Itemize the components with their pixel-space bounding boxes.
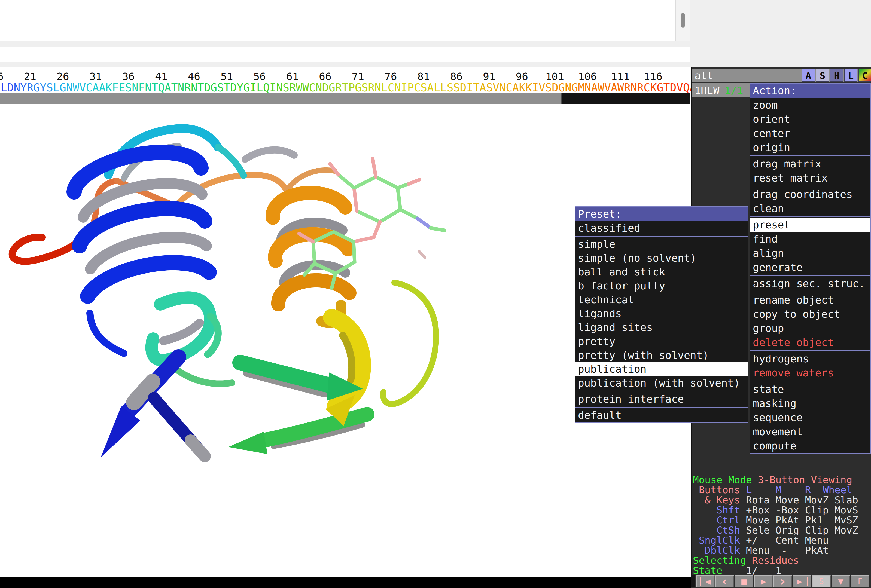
- residue[interactable]: N: [565, 81, 572, 94]
- residue[interactable]: T: [342, 81, 348, 94]
- preset-menu-item-ball-and-stick[interactable]: ball and stick: [575, 265, 748, 279]
- preset-menu-item-ligand-sites[interactable]: ligand sites: [575, 321, 748, 334]
- residue[interactable]: S: [361, 81, 368, 94]
- residue[interactable]: V: [676, 81, 683, 94]
- residue[interactable]: S: [486, 81, 493, 94]
- residue[interactable]: G: [329, 81, 335, 94]
- action-menu-item-movement[interactable]: movement: [750, 425, 871, 439]
- action-menu-item-masking[interactable]: masking: [750, 396, 871, 410]
- residue[interactable]: N: [132, 81, 138, 94]
- down-button[interactable]: ▼: [832, 576, 850, 588]
- action-menu-item-remove-waters[interactable]: remove waters: [750, 366, 871, 380]
- action-menu-item-group[interactable]: group: [750, 321, 871, 335]
- residue[interactable]: N: [585, 81, 591, 94]
- residue[interactable]: A: [611, 81, 617, 94]
- residue[interactable]: G: [657, 81, 663, 94]
- residue[interactable]: D: [670, 81, 676, 94]
- residue[interactable]: C: [414, 81, 421, 94]
- residue[interactable]: A: [591, 81, 597, 94]
- residue[interactable]: I: [467, 81, 473, 94]
- residue[interactable]: Q: [683, 81, 690, 94]
- residue[interactable]: M: [578, 81, 585, 94]
- residue[interactable]: N: [13, 81, 20, 94]
- h-panel-button[interactable]: H: [830, 69, 843, 82]
- residue[interactable]: L: [257, 81, 263, 94]
- residue[interactable]: R: [368, 81, 374, 94]
- residue[interactable]: Y: [20, 81, 27, 94]
- residue[interactable]: S: [46, 81, 53, 94]
- command-scrollbar-thumb[interactable]: [681, 13, 685, 28]
- preset-menu-item-pretty-with-solvent-[interactable]: pretty (with solvent): [575, 348, 748, 362]
- residue[interactable]: A: [99, 81, 105, 94]
- action-menu-item-center[interactable]: center: [750, 126, 871, 140]
- residue[interactable]: W: [598, 81, 605, 94]
- residue[interactable]: W: [302, 81, 309, 94]
- action-menu-item-drag-coordinates[interactable]: drag coordinates: [750, 187, 871, 201]
- action-menu-item-clean[interactable]: clean: [750, 201, 871, 216]
- object-name[interactable]: 1HEW: [694, 84, 720, 96]
- action-menu-item-sequence[interactable]: sequence: [750, 410, 871, 425]
- residue[interactable]: K: [526, 81, 532, 94]
- residue[interactable]: G: [211, 81, 217, 94]
- residue[interactable]: K: [650, 81, 657, 94]
- f-button[interactable]: F: [851, 576, 870, 588]
- residue[interactable]: I: [532, 81, 539, 94]
- selection-label[interactable]: all: [694, 70, 713, 82]
- residue[interactable]: G: [572, 81, 578, 94]
- residue[interactable]: A: [165, 81, 171, 94]
- sequence-letters[interactable]: LDNYRGYSLGNWVCAAKFESNFNTQATNRNTDGSTDYGIL…: [0, 81, 691, 93]
- preset-menu-item-publication[interactable]: publication: [575, 362, 748, 376]
- residue[interactable]: E: [119, 81, 125, 94]
- residue[interactable]: K: [106, 81, 112, 94]
- residue[interactable]: D: [322, 81, 329, 94]
- residue[interactable]: D: [204, 81, 211, 94]
- residue[interactable]: D: [230, 81, 237, 94]
- residue[interactable]: Q: [263, 81, 269, 94]
- step-back-button[interactable]: ‹: [715, 576, 734, 588]
- residue[interactable]: I: [401, 81, 407, 94]
- residue[interactable]: V: [539, 81, 545, 94]
- residue[interactable]: D: [460, 81, 467, 94]
- sequence-scrollbar-track[interactable]: [0, 93, 690, 104]
- residue[interactable]: C: [388, 81, 394, 94]
- action-menu-item-reset-matrix[interactable]: reset matrix: [750, 171, 871, 185]
- object-row-1hew[interactable]: 1HEW 1/1: [692, 83, 750, 97]
- action-menu-item-hydrogens[interactable]: hydrogens: [750, 352, 871, 366]
- command-input-field[interactable]: [0, 47, 690, 62]
- residue[interactable]: W: [617, 81, 624, 94]
- residue[interactable]: T: [473, 81, 480, 94]
- residue[interactable]: A: [92, 81, 99, 94]
- residue[interactable]: N: [276, 81, 283, 94]
- residue[interactable]: D: [552, 81, 558, 94]
- residue[interactable]: N: [630, 81, 637, 94]
- preset-menu-item-b-factor-putty[interactable]: b factor putty: [575, 279, 748, 293]
- residue[interactable]: T: [224, 81, 230, 94]
- residue[interactable]: G: [558, 81, 565, 94]
- residue[interactable]: P: [407, 81, 414, 94]
- residue[interactable]: G: [355, 81, 361, 94]
- l-panel-button[interactable]: L: [844, 69, 858, 82]
- residue[interactable]: N: [316, 81, 322, 94]
- preset-menu-item-simple[interactable]: simple: [575, 237, 748, 251]
- selection-row-all[interactable]: all ASHLC: [692, 69, 871, 82]
- residue[interactable]: C: [506, 81, 512, 94]
- residue[interactable]: T: [663, 81, 670, 94]
- residue[interactable]: I: [250, 81, 257, 94]
- preset-menu-item-pretty[interactable]: pretty: [575, 334, 748, 348]
- residue[interactable]: G: [33, 81, 40, 94]
- residue[interactable]: L: [440, 81, 447, 94]
- action-menu-item-zoom[interactable]: zoom: [750, 98, 871, 112]
- preset-menu-item-ligands[interactable]: ligands: [575, 307, 748, 321]
- residue[interactable]: R: [27, 81, 33, 94]
- step-forward-button[interactable]: ›: [774, 576, 792, 588]
- command-output-area[interactable]: [0, 0, 675, 41]
- residue[interactable]: D: [7, 81, 13, 94]
- command-scrollbar-track[interactable]: [675, 0, 690, 41]
- residue[interactable]: Y: [237, 81, 243, 94]
- residue[interactable]: R: [184, 81, 191, 94]
- residue[interactable]: V: [493, 81, 499, 94]
- action-menu-item-copy-to-object[interactable]: copy to object: [750, 307, 871, 321]
- residue[interactable]: N: [394, 81, 401, 94]
- action-menu-item-orient[interactable]: orient: [750, 112, 871, 126]
- play-button[interactable]: ▶: [754, 576, 773, 588]
